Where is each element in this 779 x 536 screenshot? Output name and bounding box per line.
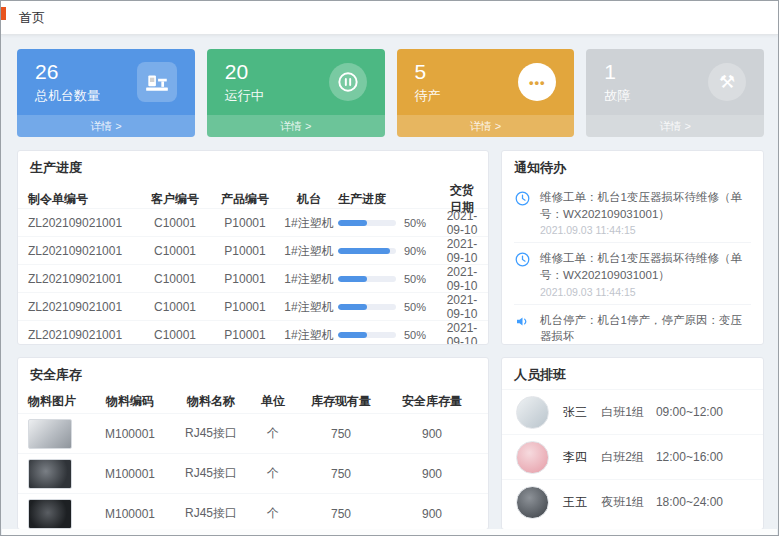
list-item: 张三 白班1组 09:00~12:00 — [502, 389, 763, 434]
speaker-icon — [514, 312, 532, 345]
notification-time: 2021.09.03 11:44:15 — [540, 286, 751, 298]
machine-name: 1#注塑机 — [280, 327, 338, 344]
round-connector-photo — [28, 459, 72, 489]
person-name: 李四 — [563, 449, 601, 466]
speaker-photo — [28, 499, 72, 529]
person-shift: 白班2组 — [601, 449, 656, 466]
delivery-date: 2021-09-10 — [446, 293, 478, 321]
table-row: ZL202109021001 C10001 P10001 1#注塑机 90% 2… — [18, 236, 488, 264]
stat-card-waiting: 5 待产 ••• 详情 > — [397, 49, 575, 137]
page-bottom-strip — [2, 529, 777, 535]
person-shift: 白班1组 — [601, 404, 656, 421]
order-no: ZL202109021001 — [28, 272, 140, 286]
customer-no: C10001 — [140, 244, 210, 258]
progress-percent: 50% — [404, 301, 426, 313]
material-code: M100001 — [88, 467, 172, 481]
person-name: 张三 — [563, 404, 601, 421]
order-no: ZL202109021001 — [28, 300, 140, 314]
ellipsis-icon: ••• — [518, 63, 556, 101]
customer-no: C10001 — [140, 272, 210, 286]
progress-percent: 50% — [404, 329, 426, 341]
table-row: M100001 RJ45接口 个 750 900 — [18, 493, 488, 530]
table-row: ZL202109021001 C10001 P10001 1#注塑机 50% 2… — [18, 264, 488, 292]
notification-text: 维修工单：机台1变压器损坏待维修（单号：WX202109031001） — [540, 250, 751, 283]
top-bar: 首页 — [1, 1, 778, 35]
order-no: ZL202109021001 — [28, 328, 140, 342]
production-progress-panel: 生产进度 制令单编号 客户编号 产品编号 机台 生产进度 交货日期 ZL2021… — [17, 150, 489, 345]
panel-title: 生产进度 — [18, 151, 488, 182]
detail-link[interactable]: 详情 > — [397, 115, 575, 137]
material-code: M100001 — [88, 507, 172, 521]
col-customer: 客户编号 — [140, 191, 210, 208]
person-shift: 夜班1组 — [601, 494, 656, 511]
notification-item[interactable]: 维修工单：机台1变压器损坏待维修（单号：WX202109031001） 2021… — [514, 182, 751, 243]
notification-text: 维修工单：机台1变压器损坏待维修（单号：WX202109031001） — [540, 189, 751, 222]
col-safety-qty: 安全库存量 — [386, 393, 478, 410]
col-material-code: 物料编码 — [88, 393, 172, 410]
customer-no: C10001 — [140, 328, 210, 342]
unit: 个 — [250, 425, 296, 442]
progress-percent: 50% — [404, 273, 426, 285]
table-header: 制令单编号 客户编号 产品编号 机台 生产进度 交货日期 — [18, 182, 488, 208]
stat-value: 20 — [225, 59, 264, 84]
window-accent-notch — [1, 7, 6, 20]
avatar — [516, 441, 549, 474]
product-no: P10001 — [210, 244, 280, 258]
progress-cell: 50% — [338, 217, 446, 229]
stat-cards: 26 总机台数量 详情 > 20 — [17, 49, 764, 137]
person-time: 09:00~12:00 — [656, 405, 749, 419]
material-code: M100001 — [88, 427, 172, 441]
detail-link[interactable]: 详情 > — [586, 115, 764, 137]
progress-cell: 50% — [338, 273, 446, 285]
stat-value: 1 — [604, 59, 630, 84]
panel-title: 人员排班 — [502, 358, 763, 389]
panel-title: 安全库存 — [18, 358, 488, 389]
machine-icon — [137, 62, 177, 102]
notifications-panel: 通知待办 维修工单：机台1变压器损坏待维修（单号：WX202109031001）… — [501, 150, 764, 345]
personnel-schedule-panel: 人员排班 张三 白班1组 09:00~12:00 李四 白班2组 12:00~1… — [501, 357, 764, 530]
safety-stock-panel: 安全库存 物料图片 物料编码 物料名称 单位 库存现有量 安全库存量 M1000… — [17, 357, 489, 530]
col-progress: 生产进度 — [338, 191, 446, 208]
product-no: P10001 — [210, 300, 280, 314]
product-no: P10001 — [210, 328, 280, 342]
rj45-connector-photo — [28, 419, 72, 449]
table-row: ZL202109021001 C10001 P10001 1#注塑机 50% 2… — [18, 292, 488, 320]
main-content: 26 总机台数量 详情 > 20 — [1, 35, 778, 530]
stat-label: 总机台数量 — [35, 87, 100, 105]
unit: 个 — [250, 505, 296, 522]
notification-item[interactable]: 维修工单：机台1变压器损坏待维修（单号：WX202109031001） 2021… — [514, 243, 751, 304]
stock-qty: 750 — [296, 467, 386, 481]
table-header: 物料图片 物料编码 物料名称 单位 库存现有量 安全库存量 — [18, 389, 488, 413]
stock-qty: 750 — [296, 427, 386, 441]
stat-value: 5 — [415, 59, 441, 84]
progress-cell: 50% — [338, 301, 446, 313]
person-time: 12:00~16:00 — [656, 450, 749, 464]
stat-card-fault: 1 故障 ⚒ 详情 > — [586, 49, 764, 137]
person-name: 王五 — [563, 494, 601, 511]
product-no: P10001 — [210, 272, 280, 286]
progress-cell: 50% — [338, 329, 446, 341]
tab-home[interactable]: 首页 — [19, 9, 45, 27]
notification-item[interactable]: 机台停产：机台1停产，停产原因：变压器损坏 2021.09.03 11:44:1… — [514, 305, 751, 345]
machine-name: 1#注塑机 — [280, 215, 338, 232]
panel-title: 通知待办 — [502, 151, 763, 182]
stock-qty: 750 — [296, 507, 386, 521]
detail-link[interactable]: 详情 > — [207, 115, 385, 137]
col-unit: 单位 — [250, 393, 296, 410]
col-machine: 机台 — [280, 191, 338, 208]
clock-icon — [514, 189, 532, 236]
table-row: M100001 RJ45接口 个 750 900 — [18, 453, 488, 493]
delivery-date: 2021-09-10 — [446, 321, 478, 345]
table-row: ZL202109021001 C10001 P10001 1#注塑机 50% 2… — [18, 208, 488, 236]
stat-label: 故障 — [604, 87, 630, 105]
delivery-date: 2021-09-10 — [446, 265, 478, 293]
product-no: P10001 — [210, 216, 280, 230]
machine-name: 1#注塑机 — [280, 243, 338, 260]
customer-no: C10001 — [140, 216, 210, 230]
tools-icon: ⚒ — [708, 63, 746, 101]
material-name: RJ45接口 — [172, 505, 250, 522]
stat-value: 26 — [35, 59, 100, 84]
progress-percent: 50% — [404, 217, 426, 229]
material-name: RJ45接口 — [172, 425, 250, 442]
detail-link[interactable]: 详情 > — [17, 115, 195, 137]
